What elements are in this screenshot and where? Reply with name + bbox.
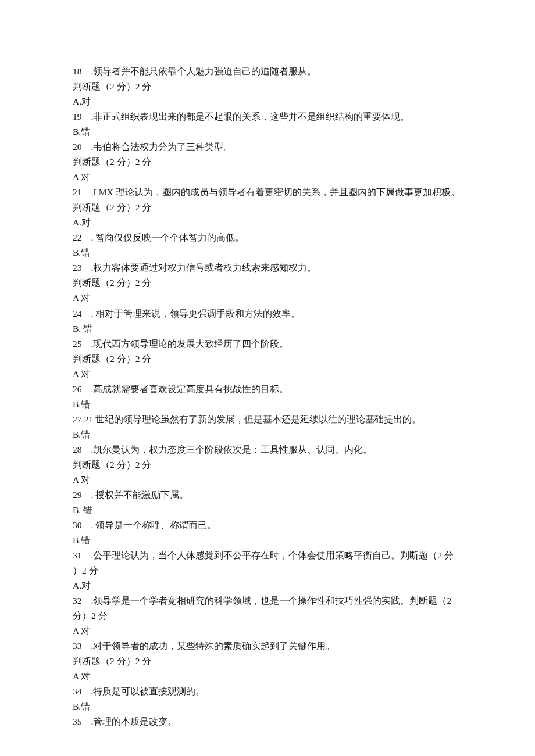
text-line: 33 .对于领导者的成功，某些特殊的素质确实起到了关键作用。 [73,639,462,654]
text-line: 34 .特质是可以被直接观测的。 [73,684,462,699]
text-line: A.对 [73,94,462,109]
text-line: A.对 [73,578,462,593]
text-line: 判断题（2 分）2 分 [73,654,462,669]
text-line: 判断题（2 分）2 分 [73,79,462,94]
text-line: B.错 [73,124,462,139]
text-line: A 对 [73,624,462,639]
text-line: 19 .非正式组织表现出来的都是不起眼的关系，这些并不是组织结构的重要体现。 [73,109,462,124]
text-line: A 对 [73,472,462,488]
text-line: B.错 [73,245,462,260]
text-line: 26 .高成就需要者喜欢设定高度具有挑战性的目标。 [73,382,462,397]
text-line: 32 .领导学是一个学者竞相研究的科学领域，也是一个操作性和技巧性强的实践。判断… [73,593,462,608]
text-line: 21 .LMX 理论认为，圈内的成员与领导者有着更密切的关系，并且圈内的下属做事… [73,185,462,200]
text-line: B. 错 [73,321,462,336]
text-line: B. 错 [73,503,462,518]
text-line: B.错 [73,533,462,548]
text-line: 判断题（2 分）2 分 [73,155,462,170]
text-line: 28 .凯尔曼认为，权力态度三个阶段依次是：工具性服从、认同、内化。 [73,442,462,457]
text-line: 31 .公平理论认为，当个人体感觉到不公平存在时，个体会使用策略平衡自己。判断题… [73,548,462,563]
text-line: 27.21 世纪的领导理论虽然有了新的发展，但是基本还是延续以往的理论基础提出的… [73,412,462,427]
text-line: 判断题（2 分）2 分 [73,200,462,215]
text-line: 23 .权力客体要通过对权力信号或者权力线索来感知权力。 [73,260,462,275]
text-line: A.对 [73,215,462,230]
text-line: B.错 [73,699,462,714]
text-line: 18 .领导者并不能只依靠个人魅力强迫自己的追随者服从。 [73,64,462,79]
text-line: 分）2 分 [73,608,462,624]
text-line: 24 . 相对于管理来说，领导更强调手段和方法的效率。 [73,306,462,321]
text-line: ）2 分 [73,563,462,578]
text-line: B.错 [73,397,462,412]
text-line: 20 .韦伯将合法权力分为了三种类型。 [73,139,462,155]
text-line: 22 . 智商仅仅反映一个个体智力的高低。 [73,230,462,245]
text-line: A 对 [73,367,462,382]
text-line: 判断题（2 分）2 分 [73,275,462,291]
text-line: 29 . 授权并不能激励下属。 [73,488,462,503]
document-body: 18 .领导者并不能只依靠个人魅力强迫自己的追随者服从。判断题（2 分）2 分A… [73,64,462,729]
text-line: 判断题（2 分）2 分 [73,352,462,367]
text-line: 35 .管理的本质是改变。 [73,714,462,729]
text-line: A 对 [73,291,462,306]
text-line: 25 .现代西方领导理论的发展大致经历了四个阶段。 [73,336,462,352]
text-line: A 对 [73,669,462,684]
text-line: 判断题（2 分）2 分 [73,457,462,472]
text-line: B.错 [73,427,462,442]
text-line: 30 . 领导是一个称呼、称谓而已。 [73,518,462,533]
text-line: A 对 [73,170,462,185]
